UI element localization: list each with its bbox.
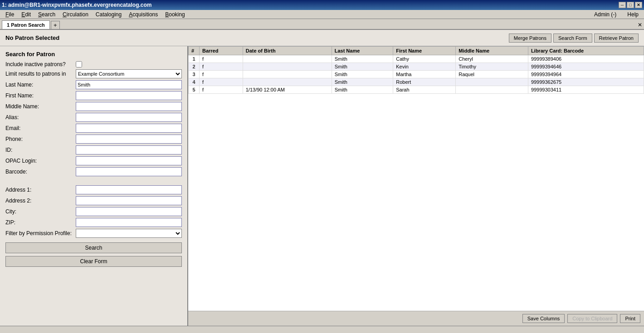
last-name-input[interactable] [76, 80, 182, 89]
tab-patron-search[interactable]: 1 Patron Search [2, 20, 50, 29]
main-window: No Patron Selected Merge Patrons Search … [0, 30, 644, 333]
include-inactive-checkbox[interactable] [76, 61, 82, 68]
zip-input[interactable] [76, 218, 182, 227]
results-footer: Save Columns Copy to Clipboard Print [188, 311, 644, 326]
middle-name-input[interactable] [76, 102, 182, 111]
cell-dob [243, 55, 332, 63]
menu-help[interactable]: Help [624, 10, 642, 19]
cell-num: 3 [189, 71, 200, 78]
cell-barcode: 99999394646 [528, 63, 644, 71]
filter-permission-select[interactable] [76, 229, 182, 238]
phone-input[interactable] [76, 135, 182, 144]
address1-label: Address 1: [5, 187, 76, 193]
cell-last-name: Smith [332, 55, 393, 63]
save-columns-button[interactable]: Save Columns [522, 314, 565, 323]
cell-middle-name: Timothy [456, 63, 528, 71]
phone-row: Phone: [5, 135, 182, 144]
email-row: Email: [5, 124, 182, 133]
address2-input[interactable] [76, 196, 182, 205]
search-form-button[interactable]: Search Form [553, 34, 592, 43]
address1-input[interactable] [76, 185, 182, 194]
tab-bar: 1 Patron Search + ✕ [0, 19, 644, 30]
alias-row: Alias: [5, 113, 182, 122]
cell-middle-name [456, 78, 528, 86]
cell-last-name: Smith [332, 86, 393, 94]
cell-last-name: Smith [332, 63, 393, 71]
menu-search[interactable]: Search [34, 10, 59, 19]
cell-middle-name: Cheryl [456, 55, 528, 63]
tab-add-button[interactable]: + [51, 21, 60, 29]
close-button[interactable]: ✕ [635, 2, 642, 8]
col-middle-name[interactable]: Middle Name [456, 47, 528, 55]
menu-edit[interactable]: Edit [18, 10, 34, 19]
search-panel-title: Search for Patron [5, 51, 182, 58]
search-panel: Search for Patron Include inactive patro… [0, 46, 188, 326]
table-row[interactable]: 2 f Smith Kevin Timothy 99999394646 [189, 63, 644, 71]
col-num[interactable]: # [189, 47, 200, 55]
minimize-button[interactable]: ─ [619, 2, 626, 8]
cell-barred: f [200, 86, 243, 94]
limit-results-select[interactable]: Example Consortium [76, 69, 182, 78]
clear-form-button[interactable]: Clear Form [5, 256, 182, 267]
col-dob[interactable]: Date of Birth [243, 47, 332, 55]
cell-first-name: Martha [393, 71, 456, 78]
last-name-label: Last Name: [5, 82, 76, 88]
cell-first-name: Robert [393, 78, 456, 86]
col-barcode[interactable]: Library Card: Barcode [528, 47, 644, 55]
menu-bar: File Edit Search Circulation Cataloging … [0, 10, 644, 19]
cell-num: 4 [189, 78, 200, 86]
filter-permission-label: Filter by Permission Profile: [5, 230, 76, 236]
table-row[interactable]: 3 f Smith Martha Raquel 99999394964 [189, 71, 644, 78]
city-input[interactable] [76, 207, 182, 216]
id-input[interactable] [76, 145, 182, 154]
cell-barred: f [200, 63, 243, 71]
barcode-input[interactable] [76, 167, 182, 176]
first-name-label: First Name: [5, 92, 76, 99]
alias-input[interactable] [76, 113, 182, 122]
info-bar: No Patron Selected Merge Patrons Search … [0, 30, 644, 46]
id-row: ID: [5, 145, 182, 154]
cell-last-name: Smith [332, 71, 393, 78]
bottom-scrollbar[interactable] [0, 326, 644, 333]
copy-clipboard-button[interactable]: Copy to Clipboard [567, 314, 617, 323]
merge-patrons-button[interactable]: Merge Patrons [509, 34, 551, 43]
cell-barred: f [200, 78, 243, 86]
menu-cataloging[interactable]: Cataloging [92, 10, 125, 19]
restore-button[interactable]: □ [627, 2, 634, 8]
first-name-row: First Name: [5, 91, 182, 100]
patron-status: No Patron Selected [5, 34, 509, 41]
search-button[interactable]: Search [5, 242, 182, 253]
menu-file[interactable]: File [2, 10, 18, 19]
results-table: # Barred Date of Birth Last Name First N… [188, 46, 644, 94]
table-row[interactable]: 5 f 1/13/90 12:00 AM Smith Sarah 9999930… [189, 86, 644, 94]
results-tbody: 1 f Smith Cathy Cheryl 99999389406 2 f S… [189, 55, 644, 94]
table-row[interactable]: 1 f Smith Cathy Cheryl 99999389406 [189, 55, 644, 63]
cell-dob [243, 78, 332, 86]
menu-acquisitions[interactable]: Acquisitions [125, 10, 161, 19]
menu-booking[interactable]: Booking [161, 10, 188, 19]
results-table-container[interactable]: # Barred Date of Birth Last Name First N… [188, 46, 644, 311]
menu-circulation[interactable]: Circulation [59, 10, 92, 19]
opac-login-input[interactable] [76, 156, 182, 165]
first-name-input[interactable] [76, 91, 182, 100]
phone-label: Phone: [5, 136, 76, 142]
menu-admin[interactable]: Admin (-) [590, 10, 620, 19]
retrieve-patron-button[interactable]: Retrieve Patron [594, 34, 639, 43]
info-buttons: Merge Patrons Search Form Retrieve Patro… [509, 34, 639, 43]
print-button[interactable]: Print [620, 314, 640, 323]
cell-middle-name [456, 86, 528, 94]
col-first-name[interactable]: First Name [393, 47, 456, 55]
cell-barcode: 99999303411 [528, 86, 644, 94]
col-last-name[interactable]: Last Name [332, 47, 393, 55]
email-input[interactable] [76, 124, 182, 133]
content-area: Search for Patron Include inactive patro… [0, 46, 644, 326]
col-barred[interactable]: Barred [200, 47, 243, 55]
menu-right: Admin (-) Help [590, 10, 642, 19]
email-label: Email: [5, 125, 76, 131]
table-row[interactable]: 4 f Smith Robert 99999362675 [189, 78, 644, 86]
tab-close-button[interactable]: ✕ [638, 22, 642, 28]
cell-dob: 1/13/90 12:00 AM [243, 86, 332, 94]
id-label: ID: [5, 147, 76, 153]
cell-barcode: 99999394964 [528, 71, 644, 78]
cell-dob [243, 63, 332, 71]
